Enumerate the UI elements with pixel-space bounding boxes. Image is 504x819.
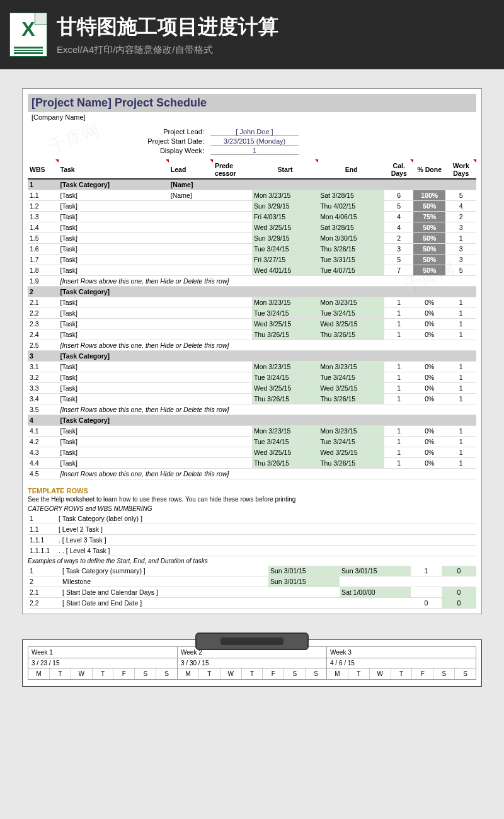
table-row[interactable]: 4.3[Task]Wed 3/25/15Wed 3/25/1510%1 <box>28 447 476 458</box>
clipboard-clip-icon <box>195 633 309 650</box>
week-label: Display Week: <box>28 147 210 155</box>
project-title: [Project Name] Project Schedule <box>28 94 476 112</box>
table-row[interactable]: 1.1.1. [ Level 3 Task ] <box>28 535 476 546</box>
table-row[interactable]: 3.2[Task]Tue 3/24/15Tue 3/24/1510%1 <box>28 372 476 383</box>
table-row[interactable]: 2.4[Task]Thu 3/26/15Thu 3/26/1510%1 <box>28 329 476 340</box>
table-row[interactable]: 2.1[Task]Mon 3/23/15Mon 3/23/1510%1 <box>28 297 476 308</box>
excel-icon: X <box>9 13 47 57</box>
table-row[interactable]: 2.1[ Start Date and Calendar Days ]Sat 1… <box>28 587 476 598</box>
col-pct: % Done <box>413 161 445 179</box>
table-row[interactable]: 2.2[Task]Tue 3/24/15Tue 3/24/1510%1 <box>28 308 476 319</box>
week-column: Week 13 / 23 / 15MTWTFSS <box>28 646 177 680</box>
lead-label: Project Lead: <box>28 128 210 136</box>
table-row[interactable]: 1[Task Category][Name] <box>28 179 476 190</box>
col-cal: Cal. Days <box>384 161 413 179</box>
gantt-weeks: Week 13 / 23 / 15MTWTFSSWeek 23 / 30 / 1… <box>22 639 482 687</box>
lead-value[interactable]: [ John Doe ] <box>210 128 299 136</box>
template-note: CATEGORY ROWS and WBS NUMBERING <box>28 504 476 513</box>
table-row[interactable]: 1.4[Task]Wed 3/25/15Sat 3/28/15450%3 <box>28 222 476 233</box>
table-row[interactable]: 3[Task Category] <box>28 351 476 362</box>
table-row[interactable]: 4.4[Task]Thu 3/26/15Thu 3/26/1510%1 <box>28 458 476 469</box>
table-row[interactable]: 2.2[ Start Date and End Date ]00 <box>28 598 476 609</box>
col-end: End <box>318 161 384 179</box>
schedule-table[interactable]: WBS Task Lead Prede cessor Start End Cal… <box>28 161 476 479</box>
table-row[interactable]: 1.1[ Level 2 Task ] <box>28 524 476 535</box>
table-row[interactable]: 1.1[Task][Name]Mon 3/23/15Sat 3/28/15610… <box>28 190 476 201</box>
col-pred: Prede cessor <box>213 161 252 179</box>
template-header: TEMPLATE ROWS <box>28 479 476 495</box>
template-note: See the Help worksheet to learn how to u… <box>28 495 476 504</box>
start-value[interactable]: 3/23/2015 (Monday) <box>210 137 299 146</box>
table-row[interactable]: 1[ Task Category (summary) ]Sun 3/01/15S… <box>28 566 476 576</box>
table-row[interactable]: 4.5[Insert Rows above this one, then Hid… <box>28 469 476 479</box>
table-row[interactable]: 4.1[Task]Mon 3/23/15Mon 3/23/1510%1 <box>28 426 476 437</box>
page-subtitle: Excel/A4打印/内容随意修改/自带格式 <box>57 44 278 56</box>
col-work: Work Days <box>445 161 476 179</box>
col-wbs: WBS <box>28 161 59 179</box>
table-row[interactable]: 2MilestoneSun 3/01/15 <box>28 576 476 587</box>
col-lead: Lead <box>169 161 213 179</box>
table-row[interactable]: 1.7[Task]Fri 3/27/15Tue 3/31/15550%3 <box>28 255 476 265</box>
col-task: Task <box>59 161 169 179</box>
table-row[interactable]: 4.2[Task]Tue 3/24/15Tue 3/24/1510%1 <box>28 437 476 447</box>
table-row[interactable]: 3.3[Task]Wed 3/25/15Wed 3/25/1510%1 <box>28 383 476 394</box>
week-column: Week 34 / 6 / 15MTWTFSS <box>326 646 476 680</box>
table-row[interactable]: 4[Task Category] <box>28 415 476 426</box>
week-column: Week 23 / 30 / 15MTWTFSS <box>177 646 326 680</box>
table-row[interactable]: 2.3[Task]Wed 3/25/15Wed 3/25/1510%1 <box>28 319 476 329</box>
project-info: Project Lead:[ John Doe ] Project Start … <box>28 127 476 156</box>
table-row[interactable]: 1.2[Task]Sun 3/29/15Thu 4/02/15550%4 <box>28 201 476 212</box>
table-row[interactable]: 3.1[Task]Mon 3/23/15Mon 3/23/1510%1 <box>28 362 476 372</box>
table-row[interactable]: 2[Task Category] <box>28 287 476 297</box>
col-start: Start <box>252 161 318 179</box>
page-title: 甘特图施工项目进度计算 <box>57 13 278 41</box>
table-row[interactable]: 3.5[Insert Rows above this one, then Hid… <box>28 404 476 415</box>
table-row[interactable]: 1[ Task Category (label only) ] <box>28 513 476 524</box>
company-name: [Company Name] <box>28 112 476 122</box>
table-row[interactable]: 1.3[Task]Fri 4/03/15Mon 4/06/15475%2 <box>28 212 476 222</box>
week-value[interactable]: 1 <box>210 147 299 155</box>
template-note: Examples of ways to define the Start, En… <box>28 556 476 566</box>
table-row[interactable]: 1.9[Insert Rows above this one, then Hid… <box>28 276 476 287</box>
table-row[interactable]: 2.5[Insert Rows above this one, then Hid… <box>28 340 476 351</box>
page-header: X 甘特图施工项目进度计算 Excel/A4打印/内容随意修改/自带格式 <box>0 0 504 69</box>
table-row[interactable]: 1.5[Task]Sun 3/29/15Mon 3/30/15250%1 <box>28 233 476 244</box>
table-row[interactable]: 3.4[Task]Thu 3/26/15Thu 3/26/1510%1 <box>28 394 476 404</box>
start-label: Project Start Date: <box>28 137 210 146</box>
table-row[interactable]: 1.8[Task]Wed 4/01/15Tue 4/07/15750%5 <box>28 265 476 276</box>
table-row[interactable]: 1.1.1.1. . [ Level 4 Task ] <box>28 546 476 556</box>
table-row[interactable]: 1.6[Task]Tue 3/24/15Thu 3/26/15350%3 <box>28 244 476 255</box>
spreadsheet-preview: 千库网 千库网 千库网 [Project Name] Project Sched… <box>22 88 482 614</box>
template-table-2[interactable]: 1[ Task Category (summary) ]Sun 3/01/15S… <box>28 566 476 609</box>
template-table-1[interactable]: 1[ Task Category (label only) ]1.1[ Leve… <box>28 513 476 556</box>
